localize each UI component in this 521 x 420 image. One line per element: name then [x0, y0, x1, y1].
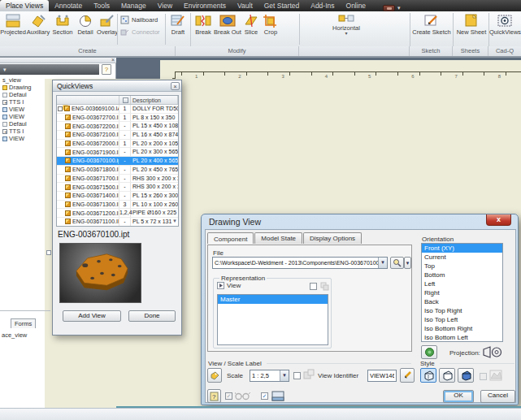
- detail-button[interactable]: Detail: [75, 13, 96, 45]
- orientation-item[interactable]: Bottom: [422, 271, 502, 279]
- scale-from-base-checkbox[interactable]: [293, 372, 301, 379]
- table-row[interactable]: ENG-003672200.IPT - PL 15 x 450 x 1082: [57, 122, 178, 131]
- table-row[interactable]: ENG-003670100.ipt - PL 20 x 400 x 565: [57, 157, 178, 166]
- menu-tab[interactable]: Online: [341, 0, 372, 11]
- orientation-item[interactable]: Iso Bottom Left: [422, 333, 502, 342]
- close-icon[interactable]: ×: [111, 57, 115, 63]
- table-row[interactable]: ENG-003672000.IPT 1 PL 20 x 200 x 1050: [57, 140, 178, 149]
- connector-button[interactable]: Connector: [120, 27, 163, 37]
- view-label-toggle-button[interactable]: [207, 368, 222, 383]
- style-hidden-line-removed-button[interactable]: [439, 368, 455, 383]
- table-row[interactable]: ENG-003671300.IPT 3 PL 10 x 100 x 260: [57, 201, 178, 210]
- auxiliary-button[interactable]: Auxiliary: [26, 13, 50, 45]
- slice-button[interactable]: Slice: [241, 13, 261, 45]
- orientation-item[interactable]: Front (XY): [422, 244, 502, 253]
- section-button[interactable]: Section: [50, 13, 75, 45]
- orientation-item[interactable]: Iso Top Right: [422, 306, 502, 315]
- raster-preview-checkbox[interactable]: ✓: [261, 392, 268, 400]
- browser-filter-dropdown[interactable]: ▾: [0, 64, 99, 75]
- associative-checkbox[interactable]: ✓: [225, 392, 232, 400]
- representation-item[interactable]: Master: [218, 295, 328, 304]
- draft-button[interactable]: Draft: [167, 13, 189, 45]
- scroll-down-icon[interactable]: ▼: [172, 219, 177, 223]
- cancel-button[interactable]: Cancel: [480, 390, 515, 403]
- change-view-orientation-button[interactable]: [421, 345, 437, 359]
- expander-icon[interactable]: [217, 282, 224, 289]
- style-shaded-button[interactable]: [458, 368, 474, 383]
- new-sheet-button[interactable]: New Sheet: [454, 13, 488, 45]
- overlay-button[interactable]: Overlay: [96, 13, 119, 45]
- table-row[interactable]: ENG-003671700.IPT - RHS 300 x 200 x 16 L…: [57, 175, 178, 184]
- table-row[interactable]: ENG-003671800.IPT - PL 20 x 450 x 765: [57, 166, 178, 175]
- orientation-item[interactable]: Current: [422, 253, 502, 262]
- orientation-item[interactable]: Right: [422, 288, 502, 297]
- help-book-icon[interactable]: ?: [102, 64, 111, 75]
- panel-label-cadq[interactable]: Cad-Q: [488, 46, 521, 56]
- menu-tab[interactable]: Get Started: [258, 0, 305, 11]
- orientation-item[interactable]: Back: [422, 297, 502, 306]
- nailboard-button[interactable]: Nailboard: [120, 15, 163, 25]
- column-name[interactable]: [57, 96, 119, 104]
- orientation-item[interactable]: Left: [422, 279, 502, 288]
- table-row[interactable]: ENG-003671100.IPT - PL 5 x 72 x 131: [57, 218, 178, 227]
- communication-center-icon[interactable]: [383, 5, 395, 11]
- ok-button[interactable]: OK: [443, 390, 474, 403]
- break-button[interactable]: Break: [193, 13, 214, 45]
- crop-button[interactable]: Crop: [261, 13, 280, 45]
- table-row[interactable]: ENG-003672100.IPT - PL 16 x 450 x 874: [57, 131, 178, 140]
- column-description[interactable]: Description: [131, 96, 178, 104]
- projected-button[interactable]: Projected: [0, 13, 26, 45]
- menu-tab[interactable]: Tools: [88, 0, 115, 11]
- style-hidden-line-button[interactable]: [420, 368, 436, 383]
- representation-checkbox[interactable]: [310, 283, 317, 290]
- orientation-item[interactable]: Iso Top Left: [422, 315, 502, 324]
- open-file-dropdown[interactable]: ▼: [404, 257, 411, 269]
- panel-label-sheets[interactable]: Sheets: [453, 46, 488, 56]
- open-existing-file-button[interactable]: [390, 257, 404, 269]
- quickviews-title[interactable]: QuickViews: [53, 80, 181, 92]
- file-combobox[interactable]: C:\Workspace\D-Weldment - 2013\Component…: [212, 257, 388, 269]
- horizontal-button[interactable]: Horizontal ▾: [322, 13, 371, 45]
- table-row[interactable]: ENG-003671400.IPT - PL 15 x 260 x 300: [57, 192, 178, 201]
- close-button[interactable]: x: [486, 214, 511, 226]
- panel-label-create[interactable]: Create: [0, 46, 176, 56]
- orientation-item[interactable]: Iso Bottom Right: [422, 324, 502, 333]
- close-icon[interactable]: ×: [171, 82, 180, 90]
- break-out-button[interactable]: Break Out: [214, 13, 241, 45]
- menu-tab[interactable]: Vault: [232, 0, 258, 11]
- create-sketch-button[interactable]: Create Sketch: [412, 13, 451, 45]
- menu-tab[interactable]: Place Views: [0, 0, 49, 11]
- chevron-down-icon[interactable]: ▾: [397, 5, 401, 11]
- menu-tab[interactable]: Annotate: [49, 0, 88, 11]
- chevron-down-icon[interactable]: ▼: [378, 258, 387, 268]
- panel-label-sketch[interactable]: Sketch: [410, 46, 453, 56]
- edit-view-label-button[interactable]: [400, 368, 415, 383]
- file-name: ENG-003671300.IPT: [72, 201, 119, 207]
- raster-view-checkbox-disabled[interactable]: [480, 373, 487, 380]
- help-button[interactable]: ?: [207, 389, 221, 403]
- table-row[interactable]: ENG-003671500.IPT - RHS 300 x 200 x 16 L…: [57, 183, 178, 192]
- done-button[interactable]: Done: [128, 310, 176, 322]
- menu-tab[interactable]: Add-Ins: [305, 0, 340, 11]
- menu-tab[interactable]: Manage: [115, 0, 152, 11]
- panel-label-modify[interactable]: Modify: [176, 46, 299, 56]
- quickviews-button[interactable]: QuickViews: [489, 13, 520, 45]
- table-row[interactable]: ENG-003672700.IPT 1 PL 8 x 150 x 350: [57, 114, 178, 123]
- dialog-tab[interactable]: Component: [207, 232, 254, 244]
- orientation-item[interactable]: Top: [422, 262, 502, 271]
- add-view-button[interactable]: Add View: [63, 310, 121, 322]
- view-identifier-input[interactable]: [367, 370, 397, 382]
- table-row[interactable]: ENG-003671900.IPT - PL 20 x 300 x 565: [57, 148, 178, 157]
- tab-forms[interactable]: Forms: [11, 318, 36, 328]
- menu-tab[interactable]: View: [152, 0, 178, 11]
- scale-combobox[interactable]: 1 : 2,5 ▼: [250, 370, 289, 382]
- column-sheet-number[interactable]: [119, 96, 131, 104]
- dialog-tab[interactable]: Model State: [254, 232, 302, 244]
- table-row[interactable]: ENG-003669100.IAM 1 DOLLY FOR TD500 ST..: [57, 105, 178, 114]
- checkbox[interactable]: [58, 106, 63, 111]
- chevron-down-icon[interactable]: ▼: [280, 370, 289, 381]
- dialog-tab[interactable]: Display Options: [303, 232, 362, 244]
- file-name: ENG-003671500.IPT: [72, 184, 119, 190]
- table-row[interactable]: ENG-003671200.IPT 1,2,4 PIPE Ø160 x 225: [57, 209, 178, 218]
- menu-tab[interactable]: Environments: [178, 0, 232, 11]
